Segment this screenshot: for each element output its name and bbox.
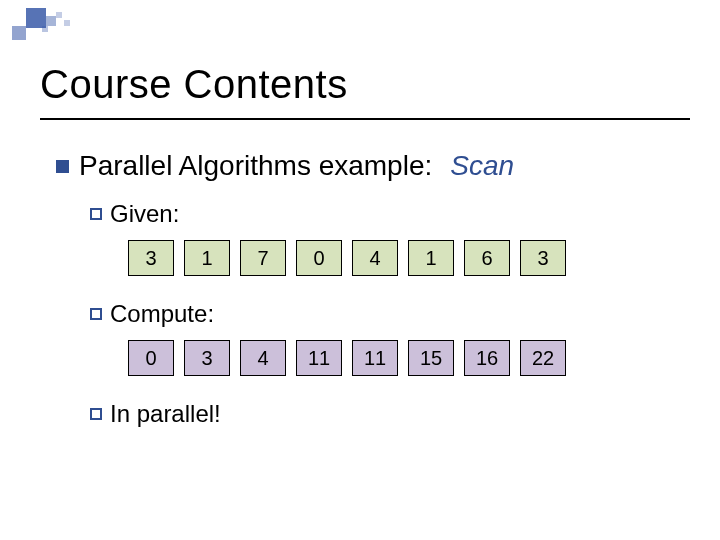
compute-cell: 4 xyxy=(240,340,286,376)
title-rule xyxy=(40,118,690,120)
compute-label: Compute: xyxy=(110,300,214,328)
given-cells: 3 1 7 0 4 1 6 3 xyxy=(128,240,680,276)
bullet-emphasis: Scan xyxy=(450,150,514,182)
slide-body: Parallel Algorithms example: Scan Given:… xyxy=(56,150,680,440)
compute-cell: 22 xyxy=(520,340,566,376)
given-cell: 4 xyxy=(352,240,398,276)
compute-cells: 0 3 4 11 11 15 16 22 xyxy=(128,340,680,376)
given-cell: 6 xyxy=(464,240,510,276)
compute-cell: 15 xyxy=(408,340,454,376)
compute-cell: 0 xyxy=(128,340,174,376)
corner-decoration xyxy=(12,8,132,44)
bullet-text: Parallel Algorithms example: xyxy=(79,150,432,182)
given-cell: 3 xyxy=(128,240,174,276)
slide-title: Course Contents xyxy=(40,62,348,107)
given-label-row: Given: xyxy=(90,200,680,228)
bullet-main: Parallel Algorithms example: Scan xyxy=(56,150,680,182)
footer-row: In parallel! xyxy=(90,400,680,428)
compute-label-row: Compute: xyxy=(90,300,680,328)
footer-text: In parallel! xyxy=(110,400,221,428)
open-square-bullet-icon xyxy=(90,408,102,420)
footer-rest: parallel! xyxy=(130,400,221,427)
given-cell: 3 xyxy=(520,240,566,276)
given-cell: 1 xyxy=(408,240,454,276)
given-cell: 7 xyxy=(240,240,286,276)
given-cell: 0 xyxy=(296,240,342,276)
open-square-bullet-icon xyxy=(90,308,102,320)
compute-cell: 11 xyxy=(296,340,342,376)
compute-cell: 3 xyxy=(184,340,230,376)
given-cell: 1 xyxy=(184,240,230,276)
slide: Course Contents Parallel Algorithms exam… xyxy=(0,0,720,540)
footer-prefix: In xyxy=(110,400,130,427)
open-square-bullet-icon xyxy=(90,208,102,220)
compute-cell: 11 xyxy=(352,340,398,376)
given-label: Given: xyxy=(110,200,179,228)
square-bullet-icon xyxy=(56,160,69,173)
compute-cell: 16 xyxy=(464,340,510,376)
